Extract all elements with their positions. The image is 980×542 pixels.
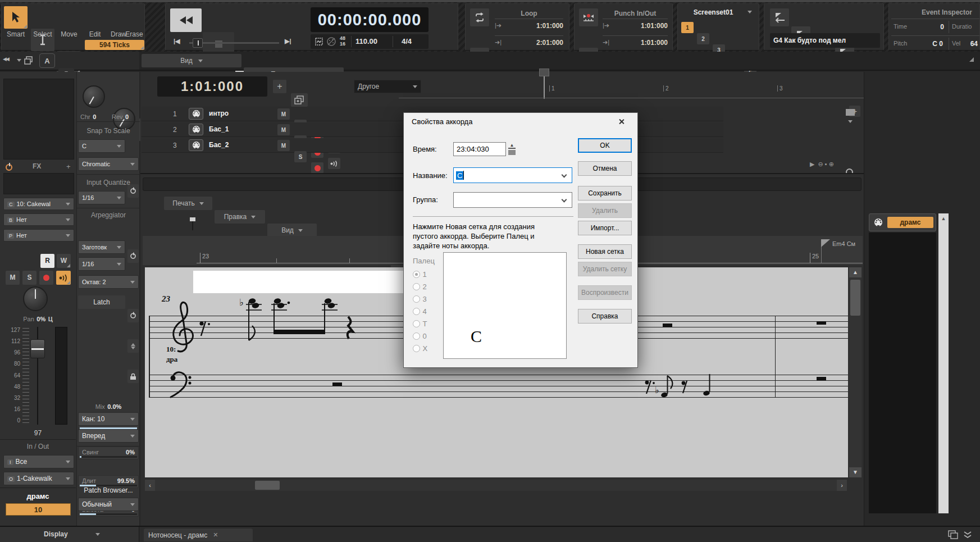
position-slider-thumb[interactable] (193, 38, 203, 48)
finger-radio-X[interactable]: X (413, 343, 427, 356)
track-solo-button[interactable]: S (294, 151, 307, 162)
track-zoom-controls[interactable]: ▶ ⊖ ▪ ⊕ (810, 161, 834, 168)
combo-chevron-icon[interactable] (562, 197, 567, 203)
delete-grid-button[interactable]: Удалить сетку (578, 262, 632, 276)
spin-up-icon[interactable] (131, 343, 135, 346)
import-button[interactable]: Импорт... (578, 221, 632, 235)
hscroll-thumb[interactable] (255, 481, 280, 490)
patch-dropdown[interactable]: PНет (3, 229, 74, 242)
arp-rate-dropdown[interactable]: 1/16 (78, 257, 125, 271)
arp-channel-dropdown[interactable]: Кан: 10 (78, 412, 139, 426)
iq-value-dropdown[interactable]: 1/16 (78, 191, 125, 204)
finger-radio-1[interactable]: 1 (413, 269, 427, 281)
track-mute-button[interactable]: M (277, 124, 290, 135)
input-dropdown[interactable]: IВсе (3, 455, 74, 468)
duplicate-button[interactable] (291, 93, 308, 107)
dock-collapse-icon[interactable] (963, 530, 973, 539)
punch-toggle-button[interactable] (579, 8, 598, 26)
cpu-meter-icon[interactable] (314, 37, 324, 47)
tab-close-icon[interactable]: ✕ (213, 531, 218, 539)
bank-select-dropdown[interactable]: Обычный (78, 498, 139, 511)
delete-button[interactable]: Удалить (578, 203, 632, 218)
fx-power-icon[interactable] (6, 164, 12, 171)
fx-add-button[interactable]: + (66, 162, 71, 171)
combo-chevron-icon[interactable] (562, 172, 567, 178)
screenset-2-button[interactable]: 2 (697, 33, 709, 44)
meter-display[interactable]: 4816 (340, 35, 345, 47)
input-echo-button[interactable] (56, 271, 71, 285)
scale-type-dropdown[interactable]: Chromatic (78, 157, 139, 171)
chorus-knob[interactable] (83, 85, 105, 108)
menu-view[interactable]: Вид (142, 54, 241, 67)
dialog-titlebar[interactable]: Свойства аккорда (404, 113, 637, 131)
scroll-up-button[interactable]: ▲ (849, 267, 862, 277)
name-combo[interactable]: C (453, 167, 572, 183)
track-name[interactable]: Бас_2 (209, 141, 229, 149)
arp-swing-slider[interactable]: Свинг0% (78, 447, 139, 459)
spin-down-icon[interactable] (131, 347, 135, 349)
ei-vel-value[interactable]: 64 (967, 40, 978, 48)
snap-resolution-button[interactable]: 594 Ticks (85, 40, 144, 50)
now-time-display[interactable]: 1:01:000 (157, 76, 267, 97)
instrument-output-dropdown[interactable]: C10: Cakewal (3, 198, 74, 210)
palette-icon[interactable] (326, 37, 336, 47)
staff-menu-view[interactable]: Вид (267, 224, 317, 237)
position-slider-track[interactable] (189, 42, 279, 44)
scale-root-dropdown[interactable]: C (78, 139, 125, 153)
playhead-handle[interactable] (539, 69, 549, 76)
staff-track-pane[interactable] (869, 233, 936, 513)
track-name[interactable]: интро (209, 110, 229, 117)
pan-knob[interactable] (23, 286, 48, 311)
window-copy-icon[interactable] (24, 56, 34, 66)
track-number-display[interactable]: 10 (6, 503, 71, 516)
output-dropdown[interactable]: O1-Cakewalk (3, 472, 74, 485)
dock-layout-icon[interactable] (948, 530, 959, 539)
track-scroll-box[interactable] (846, 109, 855, 116)
time-field-input[interactable]: 23:04:030 (453, 142, 506, 156)
add-track-button[interactable]: + (273, 80, 286, 93)
help-button[interactable]: Справка (578, 309, 632, 324)
arp-octave-dropdown[interactable]: Октав: 2 (78, 275, 139, 289)
loop-toggle-button[interactable] (470, 8, 489, 26)
timesig-display[interactable]: 4/4 (402, 37, 412, 45)
main-time-display[interactable]: 00:00:00.000 (311, 7, 429, 32)
track-ruler[interactable]: 1 2 3 (399, 72, 864, 99)
automation-write-button[interactable]: W (57, 254, 71, 268)
staff-menu-edit[interactable]: Правка (215, 210, 265, 224)
track-name[interactable]: Бас_1 (209, 125, 229, 133)
iq-power-button[interactable] (127, 249, 139, 263)
fx-bin[interactable] (3, 173, 74, 194)
arp-direction-dropdown[interactable]: Вперед (78, 429, 139, 443)
scroll-right-button[interactable]: › (837, 480, 847, 491)
save-button[interactable]: Сохранить (578, 186, 632, 201)
go-to-start-button[interactable]: |◀ (174, 38, 185, 48)
ei-time-value[interactable]: 0 (928, 23, 944, 31)
display-selector[interactable]: Display (0, 527, 139, 542)
finger-radio-3[interactable]: 3 (413, 294, 427, 306)
finger-radio-T[interactable]: T (413, 318, 427, 331)
screenset-selector[interactable]: Screenset01 (682, 8, 744, 16)
smart-tool-button[interactable] (4, 6, 28, 29)
chord-grid-box[interactable]: C (443, 252, 567, 359)
automation-read-button[interactable]: R (40, 254, 54, 268)
arp-preset-dropdown[interactable]: Заготовк (78, 240, 125, 254)
group-combo[interactable] (453, 192, 572, 208)
staff-track-tab[interactable]: драмс (869, 213, 936, 231)
proch-bin[interactable] (3, 79, 74, 160)
spin-up-button[interactable]: ▲ (508, 143, 516, 149)
bank-dropdown[interactable]: BНет (3, 213, 74, 226)
ok-button[interactable]: OK (578, 138, 632, 153)
scroll-down-button[interactable]: ▼ (849, 467, 862, 477)
arp-latch-button[interactable]: Latch (78, 295, 125, 309)
staff-hscrollbar[interactable]: ‹ › (145, 480, 847, 491)
staff-view-tab[interactable]: Нотоносец - драмс ✕ (144, 529, 253, 541)
loop-end-value[interactable]: 2:01:000 (513, 39, 563, 47)
screenset-dropdown-icon[interactable] (747, 11, 752, 13)
track-arm-button[interactable] (311, 162, 323, 174)
pane-scroll-up-icon[interactable]: ▲ (938, 216, 949, 221)
mute-button[interactable]: M (6, 271, 20, 285)
pane-scrollbar[interactable]: ▲ (938, 213, 949, 513)
finger-radio-2[interactable]: 2 (413, 281, 427, 294)
staff-menu-print[interactable]: Печать (164, 197, 212, 210)
staff-zoom-slider[interactable] (189, 216, 197, 231)
